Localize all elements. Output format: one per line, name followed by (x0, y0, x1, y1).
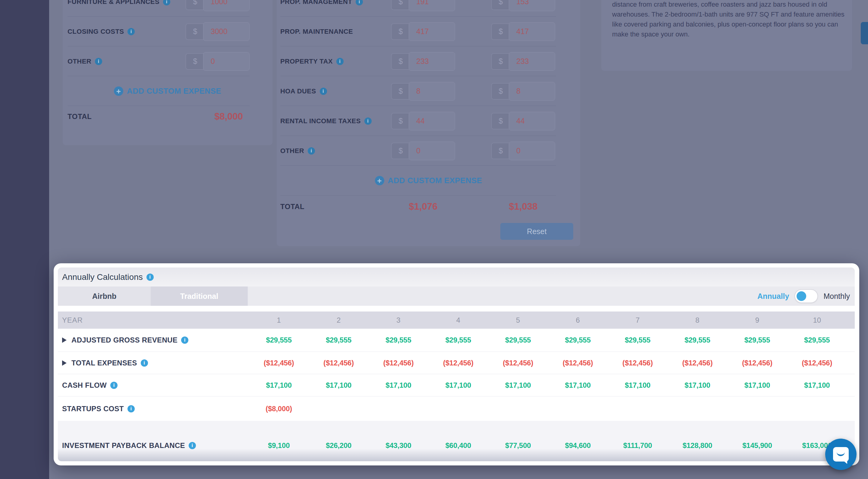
info-icon[interactable]: i (320, 88, 327, 95)
tab-airbnb[interactable]: Airbnb (58, 287, 151, 306)
add-custom-expense-button[interactable]: + ADD CUSTOM EXPENSE (63, 76, 273, 106)
calc-value-cell: $77,500 (488, 441, 548, 450)
currency-prefix: $ (391, 83, 410, 99)
amount-input[interactable]: 417 (409, 22, 455, 41)
amount-input[interactable]: 44 (509, 112, 555, 130)
amount-input[interactable]: 8 (509, 82, 555, 101)
expense-label: PROP. MANAGEMENTi (280, 0, 391, 6)
panel-title: Annually Calculations (62, 272, 143, 282)
info-icon[interactable]: i (141, 359, 148, 366)
calc-value-cell: $29,555 (608, 336, 667, 344)
startup-total-value: $8,000 (214, 111, 243, 122)
amount-input[interactable]: 0 (203, 52, 250, 71)
calc-value-cell: $17,100 (488, 381, 548, 389)
calc-row-label-cell: TOTAL EXPENSESi (58, 359, 249, 367)
period-toggle-switch[interactable] (795, 289, 818, 303)
amount-input[interactable]: 233 (509, 52, 555, 71)
calc-value-cell: $29,555 (309, 336, 368, 344)
year-header-cell: 5 (488, 316, 548, 324)
expense-row: RENTAL INCOME TAXESi$44$44 (277, 106, 580, 136)
expense-label: OTHERi (67, 58, 186, 65)
currency-prefix: $ (491, 83, 510, 99)
info-icon[interactable]: i (127, 405, 135, 412)
calc-row-label-cell: CASH FLOWi (58, 381, 249, 389)
info-icon[interactable]: i (336, 58, 344, 65)
add-custom-expense-label: ADD CUSTOM EXPENSE (388, 176, 482, 185)
expense-row: OTHERi$0$0 (277, 136, 580, 166)
year-header-cell: 9 (727, 316, 787, 324)
calc-value-cell: ($12,456) (249, 359, 309, 367)
info-icon[interactable]: i (181, 337, 188, 344)
amount-input[interactable]: 3000 (203, 22, 250, 41)
amount-input-group: $44 (391, 112, 455, 130)
currency-prefix: $ (391, 0, 410, 10)
feedback-edge-tab[interactable] (861, 22, 868, 44)
rental-strategy-tabs: Airbnb Traditional Annually Monthly (58, 287, 855, 306)
info-icon[interactable]: i (110, 382, 118, 389)
info-icon[interactable]: i (355, 0, 363, 5)
year-header-row: YEAR 12345678910 (58, 312, 855, 329)
reset-button[interactable]: Reset (500, 223, 573, 240)
info-icon[interactable]: i (147, 274, 154, 281)
tab-traditional[interactable]: Traditional (151, 287, 248, 306)
monthly-label[interactable]: Monthly (824, 292, 850, 301)
expense-label-text: HOA DUES (280, 87, 316, 95)
amount-input[interactable]: 1000 (203, 0, 250, 11)
calc-value-cell: $29,555 (369, 336, 428, 344)
expand-caret-icon[interactable] (62, 360, 67, 366)
info-icon[interactable]: i (127, 28, 135, 35)
calc-value-cell: $9,100 (249, 441, 309, 450)
calc-value-cell: $29,555 (787, 336, 847, 344)
chat-launcher-button[interactable] (825, 439, 857, 470)
calc-row-label: ADJUSTED GROSS REVENUE (71, 336, 178, 344)
amount-input[interactable]: 153 (509, 0, 555, 11)
info-icon[interactable]: i (364, 118, 372, 125)
annually-label[interactable]: Annually (757, 292, 789, 301)
amount-input[interactable]: 233 (409, 52, 455, 71)
amount-input-group: $153 (491, 0, 555, 11)
info-icon[interactable]: i (308, 147, 315, 155)
calc-table-row: STARTUPS COSTi($8,000) (58, 396, 855, 421)
expense-label-text: OTHER (280, 147, 304, 155)
calc-value-cell: ($12,456) (488, 359, 548, 367)
amount-input[interactable]: 191 (409, 0, 455, 11)
monthly-total-airbnb: $1,076 (391, 201, 455, 212)
calc-value-cell: ($12,456) (787, 359, 847, 367)
amount-input-group: $191 (391, 0, 455, 11)
left-sidebar (0, 0, 49, 479)
add-custom-expense-button[interactable]: + ADD CUSTOM EXPENSE (277, 166, 580, 195)
amount-input-group: $417 (491, 22, 555, 41)
toggle-knob (797, 291, 806, 301)
calc-value-cell: $60,400 (428, 441, 488, 450)
listing-description-card: distance from craft breweries, coffee ro… (601, 0, 852, 71)
expense-row: FURNITURE & APPLIANCESi$1000 (63, 0, 273, 17)
amount-input[interactable]: 8 (409, 82, 455, 101)
expense-label: RENTAL INCOME TAXESi (280, 117, 391, 125)
currency-prefix: $ (491, 113, 510, 129)
amount-input[interactable]: 44 (409, 112, 455, 130)
info-icon[interactable]: i (95, 58, 102, 65)
info-icon[interactable]: i (189, 442, 196, 449)
amount-input-group: $417 (391, 22, 455, 41)
year-header-label: YEAR (58, 316, 249, 324)
calc-value-cell: ($12,456) (668, 359, 727, 367)
startup-costs-card: FURNITURE & APPLIANCESi$1000CLOSING COST… (63, 0, 273, 145)
amount-input-group: $8 (391, 82, 455, 101)
chat-smile-icon (837, 452, 845, 456)
calc-value-cell: ($12,456) (727, 359, 787, 367)
expense-row: PROP. MAINTENANCE$417$417 (277, 17, 580, 46)
amount-input[interactable]: 417 (509, 22, 555, 41)
amount-input[interactable]: 0 (409, 141, 455, 160)
expense-label: PROP. MAINTENANCE (280, 28, 391, 36)
calc-row-label: CASH FLOW (62, 381, 107, 389)
amount-input[interactable]: 0 (509, 141, 555, 160)
calc-value-cell: $17,100 (727, 381, 787, 389)
amount-input-group: $0 (186, 52, 250, 71)
calc-value-cell: $29,555 (668, 336, 727, 344)
currency-prefix: $ (186, 53, 204, 70)
calc-value-cell: ($12,456) (309, 359, 368, 367)
info-icon[interactable]: i (163, 0, 170, 5)
plus-icon: + (375, 176, 384, 185)
calc-value-cell: $26,200 (309, 441, 368, 450)
expand-caret-icon[interactable] (62, 338, 67, 343)
